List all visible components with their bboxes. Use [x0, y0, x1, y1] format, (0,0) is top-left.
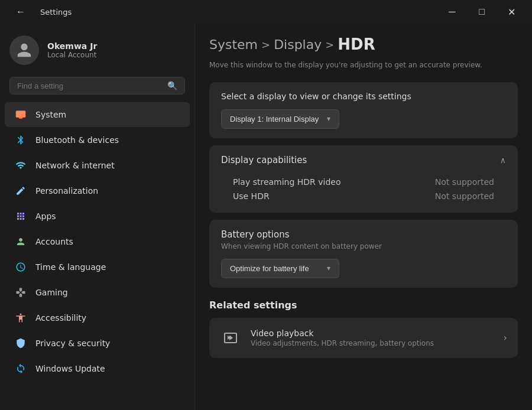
app-layout: Okemwa Jr Local Account 🔍 System: [0, 24, 532, 410]
sidebar-item-update[interactable]: Windows Update: [5, 356, 190, 381]
titlebar: ← Settings ─ □ ✕: [0, 0, 532, 24]
related-video-info: Video playback Video adjustments, HDR st…: [251, 328, 494, 347]
display-dropdown-value: Display 1: Internal Display: [230, 115, 319, 123]
display-select-label: Select a display to view or change its s…: [221, 92, 506, 101]
system-icon: [14, 108, 27, 121]
bluetooth-icon: [14, 134, 27, 147]
network-icon: [14, 159, 27, 172]
breadcrumb-display[interactable]: Display: [274, 37, 322, 52]
search-input[interactable]: [17, 82, 163, 90]
related-item-chevron-icon: ›: [504, 332, 507, 343]
battery-options-card: Battery options When viewing HDR content…: [209, 220, 518, 288]
sidebar-item-bluetooth[interactable]: Bluetooth & devices: [5, 128, 190, 152]
sidebar-item-system[interactable]: System: [5, 102, 190, 127]
display-select-card: Select a display to view or change its s…: [209, 82, 518, 138]
svg-rect-2: [17, 111, 25, 117]
sidebar-item-network-label: Network & internet: [35, 161, 115, 170]
close-button[interactable]: ✕: [498, 3, 525, 21]
preview-note: Move this window to the display you're a…: [209, 60, 518, 70]
breadcrumb-system[interactable]: System: [209, 37, 258, 52]
battery-desc: When viewing HDR content on battery powe…: [221, 242, 506, 250]
maximize-button[interactable]: □: [468, 3, 495, 21]
cap-streaming-value: Not supported: [435, 177, 494, 187]
sidebar-item-accessibility-label: Accessibility: [35, 313, 86, 323]
battery-title: Battery options: [221, 229, 506, 240]
capabilities-header[interactable]: Display capabilities ∧: [221, 155, 506, 165]
sidebar-item-update-label: Windows Update: [35, 364, 105, 373]
time-icon: [14, 261, 27, 274]
back-button[interactable]: ←: [7, 3, 34, 21]
capabilities-content: Play streaming HDR video Not supported U…: [221, 175, 506, 203]
related-item-video[interactable]: Video playback Video adjustments, HDR st…: [209, 318, 518, 358]
sidebar-item-gaming-label: Gaming: [35, 288, 68, 297]
sidebar-nav: System Bluetooth & devices Network & int…: [0, 102, 194, 382]
personalization-icon: [14, 184, 27, 197]
capability-row-streaming: Play streaming HDR video Not supported: [221, 175, 506, 189]
breadcrumb-sep2: >: [325, 38, 334, 51]
sidebar-item-time-label: Time & language: [35, 262, 106, 272]
capabilities-chevron-icon: ∧: [500, 155, 506, 165]
related-settings-title: Related settings: [209, 300, 518, 311]
sidebar-item-personalization[interactable]: Personalization: [5, 178, 190, 203]
minimize-button[interactable]: ─: [439, 3, 466, 21]
sidebar-item-network[interactable]: Network & internet: [5, 153, 190, 178]
cap-streaming-label: Play streaming HDR video: [233, 177, 429, 187]
dropdown-arrow-icon: ▾: [327, 115, 330, 123]
battery-dropdown-arrow-icon: ▾: [327, 264, 330, 272]
update-icon: [14, 362, 27, 375]
window-controls: ─ □ ✕: [439, 3, 525, 21]
apps-icon: [14, 210, 27, 223]
sidebar-item-gaming[interactable]: Gaming: [5, 280, 190, 305]
cap-hdr-value: Not supported: [435, 191, 494, 201]
accounts-icon: [14, 235, 27, 248]
user-section: Okemwa Jr Local Account: [0, 24, 194, 77]
sidebar-item-bluetooth-label: Bluetooth & devices: [35, 135, 119, 145]
sidebar-item-accounts[interactable]: Accounts: [5, 229, 190, 254]
battery-dropdown[interactable]: Optimize for battery life ▾: [221, 259, 339, 278]
app-title: Settings: [40, 8, 72, 17]
display-capabilities-card: Display capabilities ∧ Play streaming HD…: [209, 145, 518, 213]
user-icon: [16, 42, 33, 58]
gaming-icon: [14, 286, 27, 299]
related-video-name: Video playback: [251, 328, 494, 338]
titlebar-left: ← Settings: [7, 3, 72, 21]
sidebar: Okemwa Jr Local Account 🔍 System: [0, 24, 195, 410]
related-video-desc: Video adjustments, HDR streaming, batter…: [251, 339, 494, 347]
privacy-icon: [14, 337, 27, 350]
user-name: Okemwa Jr: [47, 41, 97, 51]
breadcrumb-hdr: HDR: [338, 35, 375, 53]
user-account-type: Local Account: [47, 51, 97, 59]
sidebar-item-apps[interactable]: Apps: [5, 204, 190, 229]
breadcrumb: System > Display > HDR: [209, 24, 518, 60]
sidebar-item-apps-label: Apps: [35, 211, 56, 221]
sidebar-item-privacy[interactable]: Privacy & security: [5, 331, 190, 356]
sidebar-item-system-label: System: [35, 110, 66, 119]
breadcrumb-sep1: >: [261, 38, 270, 51]
video-playback-icon: [220, 327, 241, 349]
sidebar-item-accessibility[interactable]: Accessibility: [5, 305, 190, 330]
avatar: [9, 35, 39, 65]
capabilities-title: Display capabilities: [221, 155, 307, 165]
accessibility-icon: [14, 311, 27, 324]
battery-dropdown-value: Optimize for battery life: [230, 264, 309, 273]
svg-rect-1: [19, 118, 23, 119]
sidebar-item-accounts-label: Accounts: [35, 237, 73, 246]
search-icon: 🔍: [167, 81, 177, 90]
main-content: System > Display > HDR Move this window …: [195, 24, 532, 410]
cap-hdr-label: Use HDR: [233, 191, 429, 201]
sidebar-item-personalization-label: Personalization: [35, 186, 98, 196]
display-dropdown[interactable]: Display 1: Internal Display ▾: [221, 109, 339, 129]
user-info: Okemwa Jr Local Account: [47, 41, 97, 59]
capability-row-hdr: Use HDR Not supported: [221, 189, 506, 203]
search-box[interactable]: 🔍: [9, 77, 185, 95]
sidebar-item-privacy-label: Privacy & security: [35, 339, 110, 348]
sidebar-item-time[interactable]: Time & language: [5, 255, 190, 279]
